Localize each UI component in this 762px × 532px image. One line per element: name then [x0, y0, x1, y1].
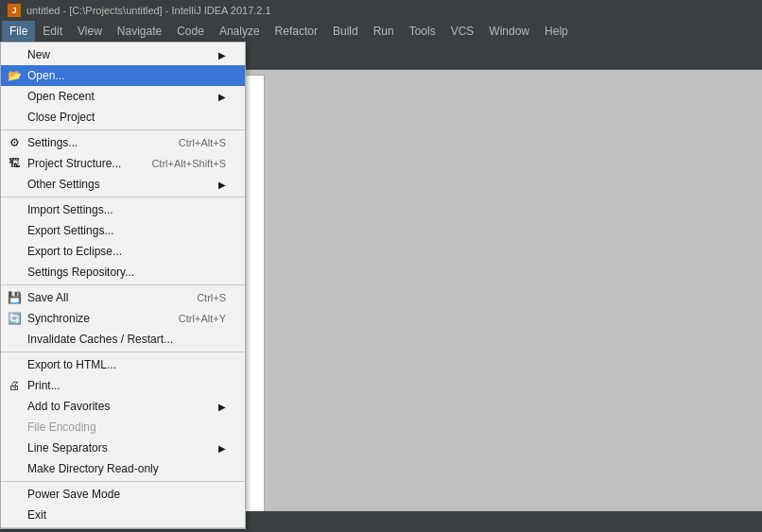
power-save-label: Power Save Mode: [27, 488, 120, 501]
new-arrow: ▶: [218, 50, 226, 60]
new-label: New: [27, 48, 50, 61]
menu-section-3: Import Settings... Export Settings... Ex…: [1, 197, 245, 285]
menu-item-make-dir-readonly[interactable]: Make Directory Read-only: [1, 458, 245, 479]
menu-build[interactable]: Build: [325, 21, 366, 42]
export-html-label: Export to HTML...: [27, 358, 116, 371]
menu-section-2: ⚙ Settings... Ctrl+Alt+S 🏗 Project Struc…: [1, 130, 245, 197]
menu-window[interactable]: Window: [481, 21, 537, 42]
menu-item-settings[interactable]: ⚙ Settings... Ctrl+Alt+S: [1, 132, 245, 153]
export-settings-label: Export Settings...: [27, 224, 113, 237]
other-settings-arrow: ▶: [218, 180, 226, 190]
line-separators-label: Line Separators: [27, 441, 108, 455]
menu-section-4: 💾 Save All Ctrl+S 🔄 Synchronize Ctrl+Alt…: [1, 285, 245, 352]
menu-help[interactable]: Help: [537, 21, 576, 42]
menu-item-export-html[interactable]: Export to HTML...: [1, 354, 245, 375]
menu-item-print[interactable]: 🖨 Print...: [1, 375, 245, 396]
menu-item-invalidate-caches[interactable]: Invalidate Caches / Restart...: [1, 329, 245, 350]
menu-item-open[interactable]: 📂 Open...: [1, 65, 245, 86]
menu-item-close-project[interactable]: Close Project: [1, 107, 245, 128]
main-area: New ▶ 📂 Open... Open Recent ▶ Close Proj…: [0, 70, 762, 532]
synchronize-shortcut: Ctrl+Alt+Y: [160, 313, 226, 324]
menu-item-synchronize[interactable]: 🔄 Synchronize Ctrl+Alt+Y: [1, 308, 245, 329]
menu-item-exit[interactable]: Exit: [1, 505, 245, 525]
menu-item-new[interactable]: New ▶: [1, 44, 245, 65]
exit-label: Exit: [27, 508, 46, 522]
menu-run[interactable]: Run: [366, 21, 402, 42]
make-dir-readonly-label: Make Directory Read-only: [27, 462, 159, 475]
menu-section-5: Export to HTML... 🖨 Print... Add to Favo…: [1, 352, 245, 482]
add-favorites-label: Add to Favorites: [27, 400, 110, 413]
menu-bar: File Edit View Navigate Code Analyze Ref…: [0, 21, 762, 42]
settings-label: Settings...: [27, 136, 78, 149]
menu-edit[interactable]: Edit: [35, 21, 70, 42]
menu-item-export-settings[interactable]: Export Settings...: [1, 220, 245, 241]
menu-code[interactable]: Code: [169, 21, 212, 42]
menu-item-file-encoding[interactable]: File Encoding: [1, 417, 245, 438]
settings-icon: ⚙: [7, 135, 22, 150]
print-icon: 🖨: [7, 378, 22, 393]
menu-item-power-save[interactable]: Power Save Mode: [1, 484, 245, 505]
line-separators-arrow: ▶: [218, 443, 226, 454]
menu-tools[interactable]: Tools: [402, 21, 443, 42]
menu-item-import-settings[interactable]: Import Settings...: [1, 199, 245, 220]
open-label: Open...: [27, 69, 64, 82]
settings-shortcut: Ctrl+Alt+S: [160, 137, 226, 148]
menu-item-export-eclipse[interactable]: Export to Eclipse...: [1, 241, 245, 262]
open-recent-arrow: ▶: [218, 92, 226, 102]
menu-item-project-structure[interactable]: 🏗 Project Structure... Ctrl+Alt+Shift+S: [1, 153, 245, 174]
file-dropdown-menu: New ▶ 📂 Open... Open Recent ▶ Close Proj…: [0, 42, 246, 529]
save-all-icon: 💾: [7, 290, 22, 305]
menu-item-line-separators[interactable]: Line Separators ▶: [1, 438, 245, 458]
other-settings-label: Other Settings: [27, 178, 100, 191]
menu-item-add-to-favorites[interactable]: Add to Favorites ▶: [1, 396, 245, 417]
menu-item-settings-repo[interactable]: Settings Repository...: [1, 262, 245, 283]
import-settings-label: Import Settings...: [27, 203, 113, 216]
app-icon: J: [8, 4, 21, 17]
project-structure-label: Project Structure...: [27, 157, 121, 170]
synchronize-label: Synchronize: [27, 312, 90, 325]
open-icon: 📂: [7, 68, 22, 83]
menu-refactor[interactable]: Refactor: [268, 21, 325, 42]
menu-vcs[interactable]: VCS: [443, 21, 482, 42]
menu-section-6: Power Save Mode Exit: [1, 482, 245, 528]
sync-icon: 🔄: [7, 311, 22, 326]
menu-navigate[interactable]: Navigate: [110, 21, 169, 42]
close-project-label: Close Project: [27, 111, 95, 124]
open-recent-label: Open Recent: [27, 90, 95, 103]
project-structure-icon: 🏗: [7, 156, 22, 171]
invalidate-caches-label: Invalidate Caches / Restart...: [27, 333, 173, 346]
menu-analyze[interactable]: Analyze: [212, 21, 268, 42]
menu-file[interactable]: File: [2, 21, 35, 42]
export-eclipse-label: Export to Eclipse...: [27, 245, 122, 258]
print-label: Print...: [27, 379, 61, 392]
title-bar: J untitled - [C:\Projects\untitled] - In…: [0, 0, 762, 21]
menu-section-1: New ▶ 📂 Open... Open Recent ▶ Close Proj…: [1, 43, 245, 130]
save-all-shortcut: Ctrl+S: [178, 292, 226, 303]
menu-view[interactable]: View: [70, 21, 110, 42]
add-favorites-arrow: ▶: [218, 402, 226, 412]
window-title: untitled - [C:\Projects\untitled] - Inte…: [26, 5, 271, 16]
file-encoding-label: File Encoding: [27, 420, 96, 434]
menu-item-save-all[interactable]: 💾 Save All Ctrl+S: [1, 287, 245, 308]
menu-item-open-recent[interactable]: Open Recent ▶: [1, 86, 245, 107]
settings-repo-label: Settings Repository...: [27, 266, 134, 279]
right-panel: [469, 70, 762, 532]
menu-item-other-settings[interactable]: Other Settings ▶: [1, 174, 245, 195]
project-structure-shortcut: Ctrl+Alt+Shift+S: [132, 158, 226, 169]
save-all-label: Save All: [27, 291, 68, 304]
